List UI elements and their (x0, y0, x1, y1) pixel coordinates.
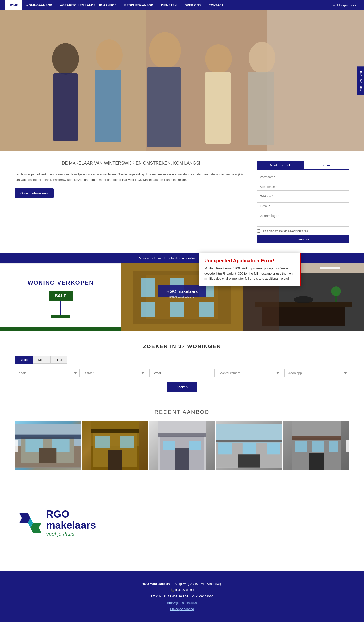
search-count: 37 (178, 343, 185, 350)
nav-home[interactable]: HOME (5, 0, 22, 10)
voornaam-input[interactable] (257, 173, 349, 181)
recent-item-2[interactable] (82, 421, 148, 470)
footer-address: Singelweg 2 7101 MH Winterswijk (175, 582, 223, 586)
search-title: ZOEKEN IN 37 WONINGEN (15, 343, 349, 350)
tab-afspraak[interactable]: Maak afspraak (257, 161, 303, 170)
nav-contact[interactable]: CONTACT (205, 0, 227, 10)
recent-item-4[interactable] (216, 421, 282, 470)
privacy-checkbox[interactable] (257, 230, 260, 232)
tab-beide[interactable]: Beide (15, 356, 33, 364)
login-link[interactable]: → Inloggen move.nl (333, 4, 359, 7)
form-tabs: Maak afspraak Bel mij (257, 161, 349, 170)
privacy-label: Ik ga akkoord met de privacyverklaring (262, 230, 308, 232)
nav-over-ons[interactable]: OVER ONS (180, 0, 205, 10)
tab-huur[interactable]: Huur (51, 356, 67, 364)
tab-bel[interactable]: Bel mij (303, 161, 349, 170)
svg-rect-6 (95, 70, 121, 142)
svg-rect-48 (91, 428, 139, 434)
straat-input[interactable] (149, 368, 215, 378)
panel-verkopen[interactable]: WONING VERKOPEN SALE (0, 263, 121, 331)
svg-rect-46 (120, 436, 134, 448)
panel-green-bar (0, 326, 121, 331)
carousel-prev[interactable]: ‹ (15, 440, 18, 452)
fav-tab[interactable]: Mijn favorieten (357, 67, 364, 95)
carousel-next[interactable]: › (346, 440, 349, 452)
login-icon: → (333, 4, 336, 7)
sale-board: SALE (49, 291, 73, 301)
email-input[interactable] (257, 202, 349, 210)
logo-section: RGOmakelaars voel je thuis (0, 494, 364, 552)
navbar: HOME WONINGAANBOD AGRARISCH EN LANDELIJK… (0, 0, 364, 10)
svg-rect-53 (189, 441, 202, 450)
svg-rect-62 (238, 454, 260, 467)
footer-tax-line: BTW: NL81.73.907.89.B01 KvK: 09166090 (5, 593, 359, 600)
svg-rect-45 (95, 436, 110, 448)
footer-btw: BTW: NL81.73.907.89.B01 (151, 594, 188, 598)
sale-sign: SALE (49, 291, 73, 315)
opmerkingen-input[interactable] (257, 212, 349, 226)
intro-tagline: DE MAKELAAR VAN WINTERSWIJK EN OMSTREKEN… (15, 161, 248, 166)
svg-point-33 (331, 286, 341, 296)
footer-privacy-line: Privacyverklaring (5, 606, 359, 612)
svg-point-9 (205, 44, 232, 74)
login-label: Inloggen move.nl (337, 4, 359, 7)
zoeken-button[interactable]: Zoeken (167, 382, 198, 392)
plaats-select[interactable]: Plaats (15, 368, 80, 378)
svg-rect-69 (309, 453, 324, 470)
footer-content: RGO Makelaars BV Singelweg 2 7101 MH Win… (5, 581, 359, 612)
svg-rect-52 (162, 441, 175, 450)
hero-svg (0, 10, 364, 151)
svg-point-11 (249, 42, 275, 74)
house2-svg (82, 421, 148, 470)
telefoon-input[interactable] (257, 192, 349, 200)
brand-tagline: voel je thuis (46, 531, 96, 537)
hero-image (0, 10, 364, 151)
straat-select[interactable]: Straat (82, 368, 147, 378)
svg-rect-70 (292, 436, 341, 440)
svg-point-5 (96, 40, 123, 71)
svg-point-31 (294, 296, 313, 303)
contact-form: Maak afspraak Bel mij Ik ga akkoord met … (257, 161, 349, 244)
telefoon-group (257, 192, 349, 200)
svg-rect-28 (320, 267, 340, 270)
svg-text:RGO makelaars: RGO makelaars (166, 289, 198, 294)
svg-rect-66 (295, 441, 307, 452)
nav-bedrijfsaanbod[interactable]: BEDRIJFSAANBOD (121, 0, 157, 10)
house5-svg (283, 421, 349, 470)
medewerkers-button[interactable]: Onze medewerkers (15, 188, 54, 198)
spacer (0, 480, 364, 494)
nav-agrarisch[interactable]: AGRARISCH EN LANDELIJK AANBOD (56, 0, 120, 10)
search-tabs: Beide Koop Huur (15, 356, 349, 364)
kamers-select[interactable]: Aantal kamers (217, 368, 282, 378)
intro-wrapper: DE MAKELAAR VAN WINTERSWIJK EN OMSTREKEN… (0, 151, 364, 253)
svg-rect-22 (199, 302, 214, 317)
recent-carousel: ‹ (15, 421, 349, 470)
recent-item-5[interactable] (283, 421, 349, 470)
footer-phone: 0543-531880 (175, 588, 194, 592)
search-title-suffix: WONINGEN (185, 343, 221, 350)
verstuur-button[interactable]: Verstuur (257, 235, 349, 244)
recent-section: RECENT AANBOD ‹ (0, 399, 364, 480)
recent-item-1[interactable] (15, 421, 81, 470)
house4-svg (216, 421, 282, 470)
sale-grass (51, 316, 70, 318)
house1-svg (15, 421, 81, 470)
achternaam-input[interactable] (257, 183, 349, 191)
nav-woningaanbod[interactable]: WONINGAANBOD (22, 0, 56, 10)
woonopp-select[interactable]: Woon.opp. (284, 368, 349, 378)
svg-rect-2 (267, 10, 364, 151)
footer-privacy-link[interactable]: Privacyverklaring (170, 607, 194, 611)
svg-rect-21 (170, 302, 185, 317)
tab-koop[interactable]: Koop (33, 356, 50, 364)
svg-rect-59 (218, 444, 232, 454)
svg-rect-40 (39, 448, 57, 463)
svg-rect-47 (107, 450, 122, 470)
svg-rect-41 (15, 435, 81, 439)
recent-item-3[interactable] (149, 421, 215, 470)
hero-section: Mijn favorieten (0, 10, 364, 151)
voornaam-group (257, 173, 349, 181)
nav-diensten[interactable]: DIENSTEN (157, 0, 181, 10)
svg-rect-4 (53, 74, 78, 141)
footer-email-link[interactable]: info@rgomakelaars.nl (167, 601, 198, 604)
intro-section: DE MAKELAAR VAN WINTERSWIJK EN OMSTREKEN… (0, 151, 364, 253)
